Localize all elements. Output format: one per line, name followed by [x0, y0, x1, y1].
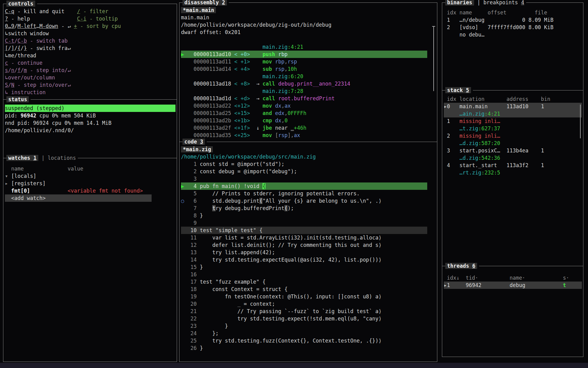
- text-segment: <+25>: [234, 132, 250, 138]
- row[interactable]: 12 defer list.deinit(); // Try commentin…: [181, 241, 436, 249]
- row[interactable]: idx↓ tid· name· s·: [444, 274, 582, 282]
- text-segment: [181, 59, 194, 65]
- tab-breakpoints[interactable]: | breakpoints 4: [474, 0, 524, 6]
- row[interactable]: *main.main: [181, 6, 436, 14]
- text-segment: 00000113ad25: [194, 110, 231, 116]
- row[interactable]: 17 test "fuzz example" {: [181, 278, 436, 286]
- row[interactable]: 2 missing inli…: [444, 132, 582, 140]
- row[interactable]: 00000113ad14 < +4> sub rsp,10h: [181, 65, 436, 73]
- row[interactable]: 1 const std = @import("std");: [181, 160, 436, 168]
- text-segment: - kill and quit: [14, 8, 77, 14]
- row[interactable]: 00000113ad18 < +8> → call debug.print__a…: [181, 80, 436, 87]
- row[interactable]: ▾ [locals]: [5, 172, 175, 180]
- row[interactable]: 00000113ad25 <+15> and edx,0FFFFh: [181, 109, 436, 117]
- row[interactable]: 21 // Try passing `--fuzz` to `zig build…: [181, 308, 436, 315]
- row[interactable]: ○ 6 std.debug.print("All your {s} are be…: [181, 197, 436, 205]
- row[interactable]: 10 test "simple test" {: [181, 227, 427, 234]
- row[interactable]: 11 var list = std.ArrayList(i32).init(st…: [181, 234, 436, 241]
- row[interactable]: fmt[0] <variable fmt not found>: [5, 187, 175, 194]
- tab-watches[interactable]: watches 1: [6, 155, 38, 161]
- row[interactable]: 3 start.posixC… 113b4ea 1: [444, 147, 582, 154]
- row[interactable]: 16: [181, 271, 436, 278]
- text-segment: ↳me/thread: [5, 52, 36, 59]
- code-content: *main.zig/home/pollivie/workspace/debug/…: [181, 146, 436, 352]
- text-segment: - switch tab: [27, 38, 68, 44]
- row[interactable]: 00000113ad35 <+25> mov [rsp],ax: [181, 132, 436, 139]
- row[interactable]: 00000113ad22 <+12> mov dx,ax: [181, 102, 436, 109]
- row[interactable]: 00000113ad2b <+1b> cmp dx,0: [181, 117, 436, 124]
- text-segment: [181, 132, 194, 138]
- row[interactable]: idx location address bin: [444, 95, 582, 103]
- row[interactable]: 23 }: [181, 322, 436, 330]
- row[interactable]: 22 try std.testing.expect(!std.mem.eql(u…: [181, 315, 436, 322]
- row[interactable]: 3: [181, 175, 436, 182]
- row: pid: 96942 cpu 0% mem 504 KiB: [5, 112, 175, 119]
- row[interactable]: 24 };: [181, 330, 436, 337]
- row[interactable]: no debu…: [444, 31, 582, 38]
- row[interactable]: 2 [vdso] 7ffff7ffd000 8.00 KiB: [444, 24, 582, 31]
- row[interactable]: 1 …n/debug 0 8.09 MiB: [444, 16, 582, 24]
- row[interactable]: 25 try std.testing.fuzz(Context{}, Conte…: [181, 337, 436, 344]
- row[interactable]: /home/pollivie/workspace/debug/src/main.…: [181, 153, 436, 160]
- row[interactable]: …ain.zig:4:21: [444, 110, 582, 117]
- stack-scrollbar[interactable]: [580, 105, 581, 138]
- row[interactable]: idx name offset file: [444, 9, 582, 16]
- row[interactable]: 7 try debug.bufferedPrint();: [181, 205, 436, 212]
- text-segment: [locals]: [11, 173, 36, 179]
- text-segment: [181, 88, 262, 94]
- row[interactable]: 18 const Context = struct {: [181, 286, 436, 293]
- row[interactable]: main.zig:6:20: [181, 73, 436, 80]
- row[interactable]: …d.zig:587:20: [444, 140, 582, 147]
- row[interactable]: 26 }: [181, 344, 436, 352]
- row[interactable]: name value: [5, 165, 175, 172]
- row[interactable]: 14 try std.testing.expectEqual(@as(i32, …: [181, 256, 436, 263]
- tab-binaries[interactable]: binaries: [445, 0, 474, 6]
- row[interactable]: ▶ 4 pub fn main() !void {: [181, 182, 427, 190]
- row[interactable]: …t.zig:627:37: [444, 125, 582, 132]
- row[interactable]: 1 missing inli…: [444, 117, 582, 125]
- row[interactable]: 2 const debug = @import("debug");: [181, 168, 436, 175]
- row[interactable]: *main.zig: [181, 146, 436, 153]
- row[interactable]: dwarf offset: 0x201: [181, 29, 436, 36]
- row[interactable]: 00000113ad1d < +d> → call root.bufferedP…: [181, 95, 436, 102]
- row[interactable]: 00000113ad2f <+1f> ↓ jbe near _+46h: [181, 124, 436, 132]
- row[interactable]: main.zig:4:21: [181, 43, 436, 51]
- text-segment: [272, 59, 275, 65]
- text-segment: [30, 16, 77, 22]
- row[interactable]: 00000113ad11 < +1> mov rbp,rsp: [181, 58, 436, 65]
- text-segment: [525, 24, 528, 30]
- text-segment: sub: [262, 66, 272, 72]
- text-segment: cmp: [262, 117, 272, 124]
- row[interactable]: 8 }: [181, 212, 436, 219]
- row[interactable]: …rt.zig:232:5: [444, 169, 582, 176]
- row[interactable]: ▶ 00000113ad10 < +0> push rbp: [181, 51, 427, 58]
- row[interactable]: main.main: [181, 14, 436, 21]
- row[interactable]: <add watch>: [5, 194, 152, 202]
- text-segment: :542:36: [478, 155, 500, 161]
- text-segment: rbp: [278, 51, 288, 57]
- row[interactable]: ▸ [registers]: [5, 180, 175, 187]
- row[interactable]: 20 _ = context;: [181, 300, 436, 308]
- row: C-q - kill and quit / - filter: [5, 8, 175, 15]
- row[interactable]: 4 start._start 113a3f2 1: [444, 162, 582, 169]
- row[interactable]: /home/pollivie/workspace/debug/zig-out/b…: [181, 21, 436, 29]
- row[interactable]: ▸1 96942 debug t: [444, 282, 582, 289]
- text-segment: - step into/over↵: [14, 82, 71, 88]
- tab-locations[interactable]: | locations: [38, 155, 76, 161]
- row[interactable]: 19 fn testOne(context: @This(), input: […: [181, 293, 436, 300]
- row[interactable]: 13 try list.append(42);: [181, 249, 436, 256]
- row[interactable]: ▸0 main.main 113ad10 1: [444, 103, 582, 110]
- row[interactable]: [181, 36, 436, 43]
- text-segment: [444, 125, 459, 132]
- row[interactable]: main.zig:7:28: [181, 87, 436, 95]
- text-segment: test "simple test" {: [200, 227, 262, 233]
- row[interactable]: 5 // Prints to stderr, ignoring potentia…: [181, 190, 436, 197]
- text-segment: [231, 59, 234, 65]
- row[interactable]: …d.zig:542:36: [444, 154, 582, 162]
- text-segment: …n/debug: [459, 17, 484, 23]
- row[interactable]: 9: [181, 219, 436, 227]
- text-segment: …ain.zig: [459, 111, 484, 117]
- row[interactable]: 15 }: [181, 263, 436, 271]
- text-segment: 1: [541, 103, 544, 109]
- disassembly-scrollbar[interactable]: [433, 26, 434, 91]
